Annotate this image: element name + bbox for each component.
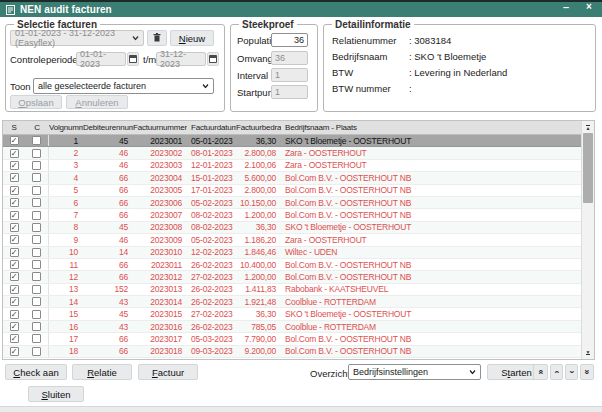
- populatie-input[interactable]: 36: [271, 33, 308, 47]
- overzicht-label: Overzicht: [310, 368, 350, 379]
- previous-record-button[interactable]: ‹: [550, 364, 563, 380]
- checkbox-checked[interactable]: ✓: [10, 211, 19, 220]
- checkbox-checked[interactable]: ✓: [10, 223, 19, 232]
- checkbox-checked[interactable]: ✓: [10, 198, 19, 207]
- checkbox-unchecked[interactable]: [32, 260, 41, 269]
- overzicht-dropdown[interactable]: Bedrijfsinstellingen: [348, 364, 481, 380]
- table-row[interactable]: ✓1643202301626-02-2023785,05Coolblue - R…: [3, 321, 581, 333]
- checkbox-checked[interactable]: ✓: [10, 149, 19, 158]
- sluiten-button[interactable]: Sluiten: [28, 386, 84, 402]
- checkbox-unchecked[interactable]: [32, 334, 41, 343]
- cell-factuurdatum: 05-02-2023: [187, 198, 236, 208]
- table-row[interactable]: ✓466202300415-01-20235.600,00Bol.Com B.V…: [3, 172, 581, 184]
- checkbox-checked[interactable]: ✓: [10, 186, 19, 195]
- table-row[interactable]: ✓1766202301705-03-20237.790,00Bol.Com B.…: [3, 333, 581, 345]
- minimize-button[interactable]: –: [556, 0, 576, 15]
- table-row[interactable]: ✓566202300517-01-20232.800,00Bol.Com B.V…: [3, 185, 581, 197]
- vertical-scrollbar[interactable]: ▲ ▼: [581, 121, 594, 359]
- checkbox-checked[interactable]: ✓: [10, 260, 19, 269]
- table-row[interactable]: ✓1014202301012-02-20231.846,46Wiltec - U…: [3, 247, 581, 259]
- overzicht-dropdown-value: Bedrijfsinstellingen: [353, 367, 428, 377]
- factuur-button[interactable]: Factuur: [138, 364, 198, 380]
- cell-c: [25, 284, 49, 295]
- checkbox-unchecked[interactable]: [32, 223, 41, 232]
- checkbox-checked[interactable]: ✓: [10, 310, 19, 319]
- cell-c: [25, 247, 49, 258]
- annuleren-button: Annuleren: [66, 95, 128, 109]
- checkbox-unchecked[interactable]: [32, 297, 41, 306]
- last-record-button[interactable]: »: [580, 364, 594, 380]
- checkbox-checked[interactable]: ✓: [10, 322, 19, 331]
- close-button[interactable]: ×: [580, 0, 598, 15]
- checkbox-checked[interactable]: ✓: [10, 347, 19, 356]
- checkbox-checked[interactable]: ✓: [10, 297, 19, 306]
- table-row[interactable]: ✓845202300808-02-202336,30SKO 't Bloemet…: [3, 222, 581, 234]
- checkbox-checked[interactable]: ✓: [10, 173, 19, 182]
- table-row[interactable]: ✓1266202301227-02-20231.200,00Bol.Com B.…: [3, 271, 581, 283]
- table-row[interactable]: ✓766202300708-02-20231.200,00Bol.Com B.V…: [3, 209, 581, 221]
- cell-factuurnummer: 2023014: [133, 297, 187, 307]
- checkbox-unchecked[interactable]: [32, 272, 41, 281]
- table-row[interactable]: ✓1545202301527-02-202336,30SKO 't Bloeme…: [3, 308, 581, 320]
- cell-s: ✓: [3, 248, 25, 257]
- delete-selection-button[interactable]: [147, 30, 167, 46]
- table-row[interactable]: ✓946202300905-02-20231.186,20Zara - OOST…: [3, 234, 581, 246]
- checkbox-unchecked[interactable]: [32, 211, 41, 220]
- table-row[interactable]: ✓13152202301326-02-20231.411,83Rabobank …: [3, 284, 581, 296]
- col-header-factuurnummer: Factuurnummer: [133, 123, 187, 132]
- checkbox-unchecked[interactable]: [32, 161, 41, 170]
- cell-factuurnummer: 2023018: [133, 346, 187, 356]
- checkbox-unchecked[interactable]: [32, 198, 41, 207]
- checkbox-unchecked[interactable]: [32, 310, 41, 319]
- table-row[interactable]: ✓346202300312-01-20232.100,06Zara - OOST…: [3, 160, 581, 172]
- table-row[interactable]: ✓1166202301126-02-202310.400,00Bol.Com B…: [3, 259, 581, 271]
- table-row[interactable]: ✓246202300208-01-20232.800,08Zara - OOST…: [3, 147, 581, 159]
- checkbox-checked[interactable]: ✓: [10, 136, 19, 145]
- checkbox-unchecked[interactable]: [32, 149, 41, 158]
- toon-dropdown[interactable]: alle geselecteerde facturen: [33, 78, 214, 94]
- nieuw-button[interactable]: Nieuw: [170, 30, 214, 46]
- invoice-table-body: ✓145202300105-01-202336,30SKO 't Bloemet…: [3, 135, 581, 359]
- cell-factuurbedrag: 1.200,00: [236, 210, 281, 220]
- col-header-debiteurennummer: Debiteurennummer: [83, 123, 133, 132]
- checkbox-checked[interactable]: ✓: [10, 235, 19, 244]
- col-header-factuurbedrag: Factuurbedrag: [236, 123, 281, 132]
- checkbox-checked[interactable]: ✓: [10, 248, 19, 257]
- table-row[interactable]: ✓145202300105-01-202336,30SKO 't Bloemet…: [3, 135, 581, 147]
- cell-factuurnummer: 2023009: [133, 235, 187, 245]
- period-dropdown[interactable]: 01-01-2023 - 31-12-2023 (Easyflex): [10, 30, 144, 46]
- cell-factuurdatum: 12-02-2023: [187, 247, 236, 257]
- checkbox-unchecked[interactable]: [32, 248, 41, 257]
- relatie-button[interactable]: Relatie: [72, 364, 132, 380]
- cell-c: [25, 172, 49, 183]
- cell-bedrijfsnaam-plaats: Bol.Com B.V. - OOSTERHOUT NB: [281, 346, 581, 356]
- checkbox-unchecked[interactable]: [32, 173, 41, 182]
- table-row[interactable]: ✓1443202301426-02-20231.921,48Coolblue -…: [3, 296, 581, 308]
- cell-volgnummer: 8: [49, 222, 83, 232]
- checkbox-unchecked[interactable]: [32, 136, 41, 145]
- checkbox-checked[interactable]: ✓: [10, 272, 19, 281]
- checkbox-unchecked[interactable]: [32, 285, 41, 294]
- checkbox-unchecked[interactable]: [32, 186, 41, 195]
- checkbox-checked[interactable]: ✓: [10, 285, 19, 294]
- cell-factuurdatum: 26-02-2023: [187, 284, 236, 294]
- checkbox-checked[interactable]: ✓: [10, 334, 19, 343]
- cell-factuurdatum: 15-01-2023: [187, 173, 236, 183]
- first-record-button[interactable]: «: [533, 364, 548, 380]
- checkbox-unchecked[interactable]: [32, 235, 41, 244]
- checkbox-unchecked[interactable]: [32, 322, 41, 331]
- cell-c: [25, 308, 49, 319]
- table-row[interactable]: ✓666202300605-02-202310.150,00Bol.Com B.…: [3, 197, 581, 209]
- calendar-from-button[interactable]: [127, 52, 139, 66]
- scroll-to-bottom-button[interactable]: ▼: [582, 347, 594, 358]
- scrollbar-thumb[interactable]: [583, 133, 593, 203]
- next-record-button[interactable]: ›: [565, 364, 578, 380]
- checkbox-unchecked[interactable]: [32, 347, 41, 356]
- check-aan-button[interactable]: Check aan: [5, 364, 67, 380]
- startpunt-label: Startpunt: [237, 87, 276, 98]
- table-row[interactable]: ✓1866202301809-03-20239.200,00Bol.Com B.…: [3, 346, 581, 358]
- calendar-to-button[interactable]: [207, 52, 219, 66]
- scroll-to-top-button[interactable]: ▲: [582, 122, 594, 133]
- checkbox-checked[interactable]: ✓: [10, 161, 19, 170]
- cell-factuurbedrag: 1.411,83: [236, 284, 281, 294]
